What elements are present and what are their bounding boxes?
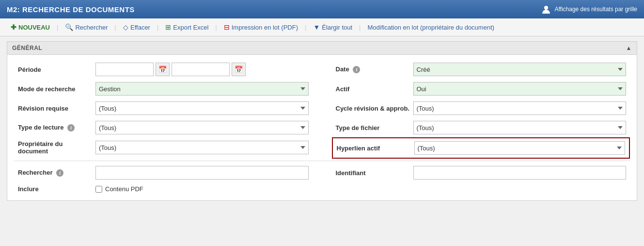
inclure-control: Contenu PDF <box>95 185 309 193</box>
expand-icon: ▼ <box>313 23 320 31</box>
revision-requise-label: Révision requise <box>18 105 95 112</box>
hyperlien-control: (Tous) <box>414 141 626 155</box>
revision-requise-row: Révision requise (Tous) <box>14 98 313 118</box>
pdf-icon: ⊟ <box>224 23 230 31</box>
identifiant-label: Identifiant <box>336 169 413 177</box>
date-select[interactable]: Créé Modifié Approuvé <box>413 63 627 76</box>
mode-recherche-control: Gestion Lecture <box>95 82 309 96</box>
mode-recherche-label: Mode de recherche <box>18 85 95 93</box>
section-title-general: GÉNÉRAL <box>12 45 42 51</box>
rechercher-button[interactable]: 🔍 Rechercher <box>61 21 111 33</box>
separator-4: | <box>215 24 217 31</box>
hyperlien-label: Hyperlien actif <box>337 145 414 152</box>
cycle-revision-select[interactable]: (Tous) <box>413 101 627 115</box>
left-column: Période 📅 📅 Mode de recherche <box>14 60 322 159</box>
page-title: M2: RECHERCHE DE DOCUMENTS <box>7 5 135 14</box>
cycle-revision-row: Cycle révision & approb. (Tous) <box>332 98 630 118</box>
type-lecture-control: (Tous) <box>95 121 309 134</box>
actif-control: Oui Non (Tous) <box>413 82 627 96</box>
modification-button[interactable]: Modification en lot (propriétaire du doc… <box>364 22 499 33</box>
effacer-button[interactable]: ◇ Effacer <box>119 21 154 33</box>
type-lecture-label: Type de lecture i <box>18 124 95 131</box>
cycle-revision-control: (Tous) <box>413 101 627 115</box>
contenu-pdf-checkbox[interactable] <box>95 186 102 193</box>
collapse-icon[interactable]: ▲ <box>626 45 632 51</box>
identifiant-input[interactable] <box>413 166 627 180</box>
proprietaire-label: Propriétaire du document <box>18 140 95 155</box>
general-section: GÉNÉRAL ▲ Période 📅 📅 <box>7 41 637 201</box>
identifiant-row: Identifiant <box>332 163 630 182</box>
separator-5: | <box>305 24 306 31</box>
section-body-general: Période 📅 📅 Mode de recherche <box>7 55 637 200</box>
cycle-revision-label: Cycle révision & approb. <box>336 105 413 112</box>
proprietaire-control: (Tous) <box>95 141 309 154</box>
eraser-icon: ◇ <box>123 23 128 31</box>
type-fichier-label: Type de fichier <box>336 124 413 131</box>
separator-3: | <box>157 24 158 31</box>
excel-icon: ⊞ <box>165 23 171 31</box>
mode-recherche-select[interactable]: Gestion Lecture <box>95 82 309 96</box>
plus-icon: ✚ <box>11 23 16 31</box>
main-content: GÉNÉRAL ▲ Période 📅 📅 <box>0 36 644 211</box>
date-row: Date i Créé Modifié Approuvé <box>332 60 630 79</box>
inclure-label: Inclure <box>18 185 95 193</box>
type-fichier-control: (Tous) <box>413 121 627 134</box>
calendar-icon-start[interactable]: 📅 <box>156 63 170 76</box>
bottom-left: Rechercher i Inclure Contenu PDF <box>14 163 322 196</box>
rechercher-field-row: Rechercher i <box>14 163 313 182</box>
contenu-pdf-label[interactable]: Contenu PDF <box>95 185 143 193</box>
type-lecture-info-icon[interactable]: i <box>67 124 75 131</box>
periode-input-end[interactable] <box>172 63 230 76</box>
date-info-icon[interactable]: i <box>353 66 360 73</box>
rechercher-input[interactable] <box>95 166 309 180</box>
export-excel-button[interactable]: ⊞ Export Excel <box>161 21 212 33</box>
right-column: Date i Créé Modifié Approuvé <box>322 60 630 159</box>
type-lecture-select[interactable]: (Tous) <box>95 121 309 134</box>
actif-select[interactable]: Oui Non (Tous) <box>413 82 627 96</box>
rechercher-field-label: Rechercher i <box>18 169 95 177</box>
separator-1: | <box>57 24 58 31</box>
revision-requise-control: (Tous) <box>95 101 309 115</box>
nouveau-button[interactable]: ✚ NOUVEAU <box>7 21 54 33</box>
section-header-general: GÉNÉRAL ▲ <box>7 42 637 55</box>
divider <box>14 161 630 161</box>
actif-label: Actif <box>336 85 413 93</box>
user-icon <box>541 4 551 15</box>
hyperlien-row: Hyperlien actif (Tous) <box>332 137 630 159</box>
actif-row: Actif Oui Non (Tous) <box>332 79 630 98</box>
date-label: Date i <box>336 66 413 73</box>
separator-2: | <box>115 24 116 31</box>
hyperlien-select[interactable]: (Tous) <box>414 141 626 155</box>
type-lecture-row: Type de lecture i (Tous) <box>14 118 313 137</box>
impression-button[interactable]: ⊟ Impression en lot (PDF) <box>220 21 302 33</box>
mode-recherche-row: Mode de recherche Gestion Lecture <box>14 79 313 98</box>
bottom-form-grid: Rechercher i Inclure Contenu PDF <box>14 163 630 196</box>
type-fichier-select[interactable]: (Tous) <box>413 121 627 134</box>
proprietaire-select[interactable]: (Tous) <box>95 141 309 154</box>
header-right: Affichage des résultats par grille <box>541 4 637 15</box>
separator-6: | <box>359 24 361 31</box>
periode-label: Période <box>18 66 95 73</box>
bottom-right: Identifiant <box>322 163 630 196</box>
rechercher-field-control <box>95 166 309 180</box>
svg-point-0 <box>544 6 548 10</box>
revision-requise-select[interactable]: (Tous) <box>95 101 309 115</box>
elargir-button[interactable]: ▼ Élargir tout <box>309 21 356 33</box>
identifiant-control <box>413 166 627 180</box>
inclure-row: Inclure Contenu PDF <box>14 182 313 196</box>
calendar-icon-end[interactable]: 📅 <box>232 63 246 76</box>
page-header: M2: RECHERCHE DE DOCUMENTS Affichage des… <box>0 0 644 18</box>
form-grid: Période 📅 📅 Mode de recherche <box>14 60 630 159</box>
periode-control: 📅 📅 <box>95 63 309 76</box>
display-label: Affichage des résultats par grille <box>554 6 637 13</box>
periode-row: Période 📅 📅 <box>14 60 313 79</box>
rechercher-info-icon[interactable]: i <box>56 169 63 177</box>
search-icon: 🔍 <box>65 23 73 31</box>
proprietaire-row: Propriétaire du document (Tous) <box>14 137 313 158</box>
toolbar: ✚ NOUVEAU | 🔍 Rechercher | ◇ Effacer | ⊞… <box>0 18 644 36</box>
type-fichier-row: Type de fichier (Tous) <box>332 118 630 137</box>
date-control: Créé Modifié Approuvé <box>413 63 627 76</box>
periode-input-start[interactable] <box>95 63 154 76</box>
